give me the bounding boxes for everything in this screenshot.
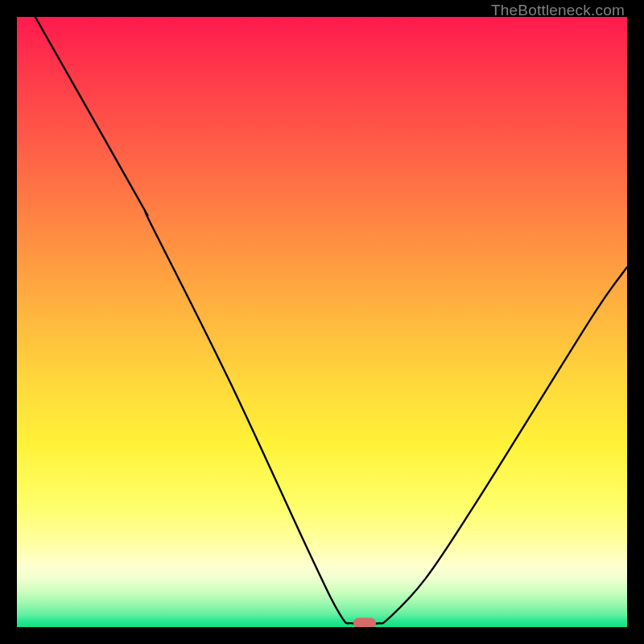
chart-frame: TheBottleneck.com (0, 0, 644, 644)
bottleneck-curve (17, 17, 627, 627)
plot-area (17, 17, 627, 627)
watermark-text: TheBottleneck.com (491, 2, 625, 19)
optimum-marker (353, 618, 376, 627)
